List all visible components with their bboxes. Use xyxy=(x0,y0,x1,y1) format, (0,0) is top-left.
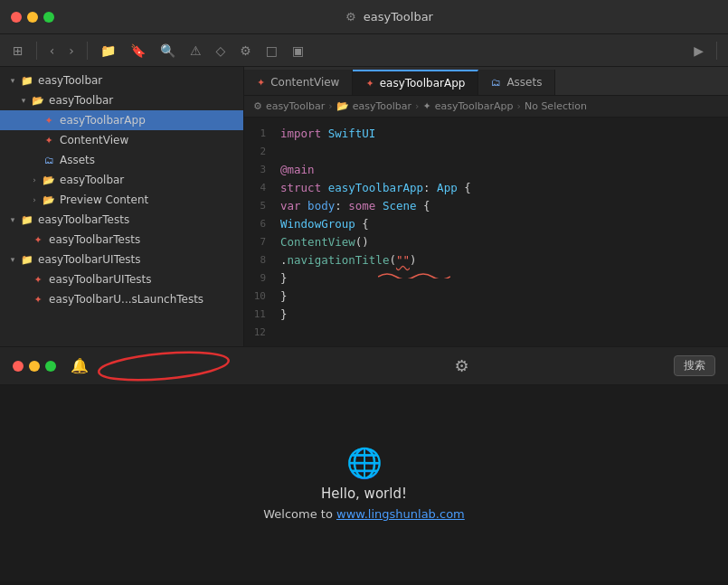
swift-breadcrumb-icon: ✦ xyxy=(422,100,430,112)
welcome-text: Welcome to www.lingshunlab.com xyxy=(263,507,465,521)
line-content: } xyxy=(273,269,288,288)
folder-icon: 📁 xyxy=(20,213,34,226)
folder-icon[interactable]: 📁 xyxy=(95,42,121,60)
code-line: 7 ContentView() xyxy=(244,233,728,251)
sidebar-item-assets[interactable]: 🗂 Assets xyxy=(0,150,243,170)
code-line: 9 } xyxy=(244,269,728,288)
maximize-button[interactable] xyxy=(43,12,54,23)
titlebar-center: ⚙ easyToolbar xyxy=(61,10,717,24)
sidebar-item-label: easyToolbarUITests xyxy=(49,273,152,286)
gear-icon[interactable]: ⚙ xyxy=(454,356,468,375)
minimize-button[interactable] xyxy=(27,12,38,23)
globe-icon: 🌐 xyxy=(346,446,383,480)
xcodeproj-icon: ⚙ xyxy=(345,10,356,24)
bookmark-icon[interactable]: 🔖 xyxy=(125,42,151,60)
breadcrumb-part-1: easyToolbar xyxy=(266,100,325,112)
line-number: 8 xyxy=(244,251,273,269)
preview-close-button[interactable] xyxy=(13,361,24,372)
chevron-right-icon: › xyxy=(29,194,40,205)
toolbar: ⊞ ‹ › 📁 🔖 🔍 ⚠ ◇ ⚙ □ ▣ ▶ xyxy=(0,34,728,67)
editor-area: ✦ ContentView ✦ easyToolbarApp 🗂 Assets … xyxy=(244,67,728,346)
rect-icon[interactable]: □ xyxy=(260,42,283,60)
grid-icon[interactable]: ⊞ xyxy=(7,42,29,60)
chevron-down-icon: ▾ xyxy=(7,254,18,265)
sidebar-item-label: ContentView xyxy=(60,134,128,146)
line-number: 11 xyxy=(244,306,273,324)
hello-world-text: Hello, world! xyxy=(321,486,407,502)
bell-icon[interactable]: 🔔 xyxy=(71,357,89,374)
sidebar-item-contentview[interactable]: ✦ ContentView xyxy=(0,130,243,150)
panel-icon[interactable]: ▣ xyxy=(287,42,309,60)
code-line: 12 xyxy=(244,324,728,342)
website-link[interactable]: www.lingshunlab.com xyxy=(336,507,465,521)
line-content: import SwiftUI xyxy=(273,125,375,143)
chevron-right-icon: › xyxy=(29,175,40,185)
sidebar-item-label: easyToolbar xyxy=(49,94,113,107)
search-icon[interactable]: 🔍 xyxy=(155,42,181,60)
sidebar-item-easytoolbaruitests[interactable]: ▾ 📁 easyToolbarUITests xyxy=(0,250,243,269)
toolbar-divider xyxy=(36,42,37,60)
folder-blue-icon: 📂 xyxy=(31,94,45,107)
sidebar-item-easytoolbar-root[interactable]: ▾ 📁 easyToolbar xyxy=(0,71,243,90)
line-content: @main xyxy=(273,161,315,179)
tab-bar: ✦ ContentView ✦ easyToolbarApp 🗂 Assets xyxy=(244,67,728,96)
settings-icon[interactable]: ⚙ xyxy=(234,42,257,60)
preview-panel: 🔔 ⚙ 搜索 🌐 Hello, world! Welcome to www.li… xyxy=(0,346,728,581)
sidebar-item-easytoolbartests[interactable]: ▾ 📁 easyToolbarTests xyxy=(0,210,243,230)
line-content: WindowGroup { xyxy=(273,215,369,233)
preview-maximize-button[interactable] xyxy=(45,361,56,372)
sidebar-item-easytoolbar-inner[interactable]: › 📂 easyToolbar xyxy=(0,170,243,190)
bottom-strip xyxy=(0,581,728,585)
warning-icon[interactable]: ⚠ xyxy=(184,42,207,60)
sidebar-item-easytoolbarapp[interactable]: ✦ easyToolbarApp xyxy=(0,110,243,130)
assets-tab-icon: 🗂 xyxy=(491,77,501,89)
breadcrumb-part-2: easyToolbar xyxy=(353,100,411,112)
sidebar-item-launch-tests[interactable]: ✦ easyToolbarU...sLaunchTests xyxy=(0,289,243,309)
main-area: ▾ 📁 easyToolbar ▾ 📂 easyToolbar ✦ easyTo… xyxy=(0,67,728,346)
search-button[interactable]: 搜索 xyxy=(674,355,715,376)
line-number: 3 xyxy=(244,161,273,179)
oval-annotation xyxy=(105,354,250,379)
sidebar-item-label: easyToolbarUITests xyxy=(38,253,141,266)
sidebar-item-easytoolbartests-file[interactable]: ✦ easyToolbarTests xyxy=(0,230,243,250)
close-button[interactable] xyxy=(11,12,22,23)
code-line: 5 var body: some Scene { xyxy=(244,197,728,215)
sidebar-item-easytoolbar-sub[interactable]: ▾ 📂 easyToolbar xyxy=(0,90,243,110)
line-number: 9 xyxy=(244,269,273,288)
code-editor[interactable]: 1 import SwiftUI 2 3 @main 4 struct easy… xyxy=(244,118,728,346)
traffic-lights xyxy=(11,12,54,23)
sidebar-item-preview-content[interactable]: › 📂 Preview Content xyxy=(0,190,243,210)
right-arrow-icon[interactable]: › xyxy=(63,42,80,60)
line-content: .navigationTitle("") xyxy=(273,251,425,269)
line-number: 5 xyxy=(244,197,273,215)
left-arrow-icon[interactable]: ‹ xyxy=(44,42,61,60)
spacer xyxy=(29,115,40,126)
sidebar-item-label: easyToolbarApp xyxy=(60,114,146,127)
folder-icon: 📁 xyxy=(20,253,34,266)
chevron-down-icon: ▾ xyxy=(7,75,18,86)
line-number: 7 xyxy=(244,233,273,251)
breadcrumb-part-4: No Selection xyxy=(525,100,587,112)
sidebar-item-easytoolbaruitests-file[interactable]: ✦ easyToolbarUITests xyxy=(0,269,243,289)
diamond-icon[interactable]: ◇ xyxy=(211,42,232,60)
tab-assets[interactable]: 🗂 Assets xyxy=(478,70,555,95)
folder-icon: 📁 xyxy=(20,74,34,87)
assets-icon: 🗂 xyxy=(42,154,56,166)
tab-easytoolbarapp[interactable]: ✦ easyToolbarApp xyxy=(353,70,478,95)
folder-breadcrumb-icon: 📂 xyxy=(336,100,349,112)
spacer xyxy=(18,294,29,305)
run-icon[interactable]: ▶ xyxy=(688,42,709,60)
swift-icon: ✦ xyxy=(31,233,45,246)
code-line: 1 import SwiftUI xyxy=(244,125,728,143)
tab-contentview[interactable]: ✦ ContentView xyxy=(244,70,353,95)
welcome-prefix: Welcome to xyxy=(263,507,336,521)
swift-tab-icon: ✦ xyxy=(257,77,265,89)
line-content: } xyxy=(273,306,288,324)
breadcrumb: ⚙ easyToolbar › 📂 easyToolbar › ✦ easyTo… xyxy=(244,96,728,118)
preview-minimize-button[interactable] xyxy=(29,361,40,372)
preview-content: 🌐 Hello, world! Welcome to www.lingshunl… xyxy=(0,385,728,581)
preview-toolbar: 🔔 ⚙ 搜索 xyxy=(0,347,728,385)
line-number: 12 xyxy=(244,324,273,342)
line-content: var body: some Scene { xyxy=(273,197,430,215)
sidebar-item-label: easyToolbarTests xyxy=(38,213,129,226)
